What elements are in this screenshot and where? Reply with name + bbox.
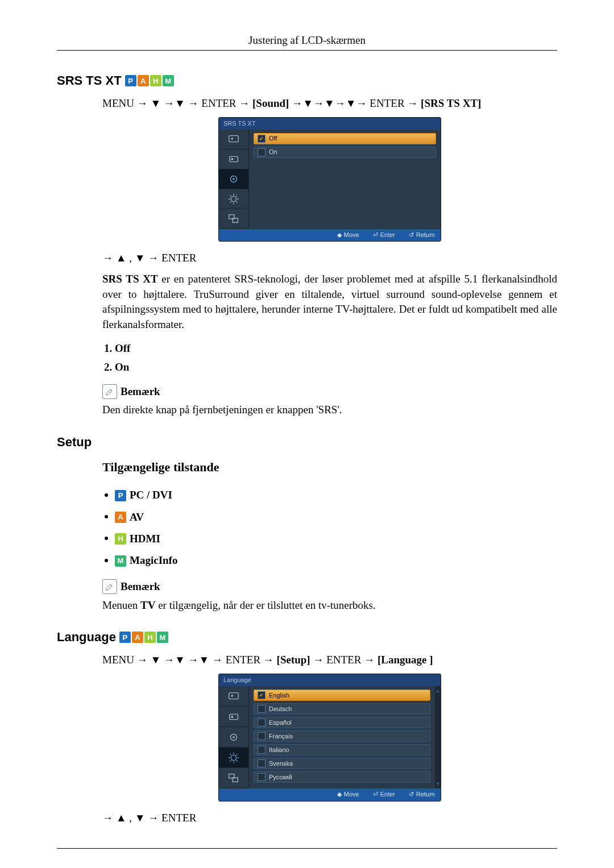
mode-label: PC / DVI (130, 488, 172, 503)
osd-option-label: Off (269, 134, 277, 143)
path-sound: [Sound] (252, 97, 289, 109)
language-menu-path: MENU → ▼ →▼ →▼ → ENTER → [Setup] → ENTER… (102, 653, 557, 668)
svg-rect-9 (229, 692, 239, 699)
scroll-down-icon[interactable]: ▼ (435, 780, 441, 788)
osd-hint-enter: ⏎ Enter (373, 231, 395, 239)
osd-option[interactable]: Français (254, 730, 430, 742)
rule-top (57, 50, 557, 51)
note-row: Bemærk (102, 384, 557, 400)
osd-option-label: Svenska (269, 759, 293, 768)
osd-srs-wrap: SRS TS XT ✔OffOn ◆ Move ⏎ Enter ↺ Return (102, 117, 557, 242)
path-text: →▼→▼→▼→ ENTER → (289, 97, 421, 109)
page: Justering af LCD-skærmen SRS TS XT P A H… (0, 0, 614, 868)
osd-tab-setup-icon[interactable] (219, 747, 248, 768)
srs-nav-after: → ▲ , ▼ → ENTER (102, 251, 557, 266)
badge-a-icon: A (132, 632, 143, 643)
checkbox-icon (258, 773, 265, 781)
osd-tab-input-icon[interactable] (219, 149, 248, 169)
srs-menu-path: MENU → ▼ →▼ → ENTER → [Sound] →▼→▼→▼→ EN… (102, 96, 557, 111)
badge-h-icon: H (150, 75, 161, 86)
note-row: Bemærk (102, 579, 557, 595)
osd-language-wrap: Language ✔EnglishDeutschEspañolFrançaisI… (102, 674, 557, 801)
note-label: Bemærk (121, 384, 160, 400)
path-text: MENU → ▼ →▼ → ENTER → (102, 97, 252, 109)
osd-sidebar (219, 686, 249, 788)
pencil-note-icon (102, 579, 117, 594)
osd-hint-move: ◆ Move (337, 790, 359, 799)
osd-option[interactable]: Italiano (254, 744, 430, 755)
badge-m-icon: M (157, 632, 168, 643)
path-text: → ENTER → (310, 654, 377, 666)
svg-rect-0 (229, 136, 239, 142)
list-item: H HDMI (115, 530, 557, 546)
checkbox-icon (258, 705, 265, 713)
osd-tab-picture-icon[interactable] (219, 686, 248, 707)
osd-option[interactable]: On (254, 147, 436, 158)
svg-rect-3 (231, 158, 233, 160)
osd-title: SRS TS XT (219, 118, 441, 130)
osd-option-label: Français (269, 732, 293, 741)
scroll-up-icon[interactable]: ▲ (435, 687, 441, 695)
osd-option-label: On (269, 148, 277, 156)
osd-option[interactable]: Deutsch (254, 703, 430, 715)
badge-h-icon: H (144, 632, 156, 643)
mode-badge-icon: A (115, 512, 126, 523)
osd-tab-setup-icon[interactable] (219, 189, 248, 209)
checkbox-icon: ✔ (258, 135, 265, 143)
osd-tab-sound-icon[interactable] (219, 169, 248, 189)
osd-tab-multi-icon[interactable] (219, 768, 248, 788)
svg-point-10 (231, 695, 233, 697)
modes-heading: Tilgængelige tilstande (102, 459, 557, 476)
checkbox-icon (258, 759, 265, 767)
osd-option[interactable]: ✔Off (254, 133, 436, 144)
modes-list: P PC / DVIA AVH HDMIM MagicInfo (102, 487, 557, 569)
osd-tab-input-icon[interactable] (219, 707, 248, 727)
svg-rect-2 (230, 156, 238, 161)
osd-scrollbar[interactable]: ▲ ▼ (435, 686, 441, 788)
svg-point-5 (233, 178, 235, 180)
checkbox-icon (258, 732, 265, 740)
mode-badge-icon: M (115, 555, 126, 567)
srs-note-text: Den direkte knap på fjernbetjeningen er … (102, 402, 557, 418)
mode-badges-srs: P A H M (125, 75, 174, 86)
svg-rect-12 (231, 716, 233, 718)
srs-description: SRS TS XT er en patenteret SRS-teknologi… (102, 272, 557, 332)
mode-badge-icon: P (115, 490, 126, 501)
osd-option[interactable]: ✔English (254, 690, 430, 701)
osd-body: ✔OffOn (219, 130, 441, 229)
osd-option[interactable]: Русский (254, 771, 430, 783)
osd-option[interactable]: Español (254, 717, 430, 728)
path-text: MENU → ▼ →▼ →▼ → ENTER → (102, 654, 277, 666)
heading-language-text: Language (57, 630, 116, 645)
note-pre: Menuen (102, 599, 140, 611)
badge-a-icon: A (138, 75, 149, 86)
osd-list: ✔OffOn (249, 130, 441, 229)
osd-hint-move: ◆ Move (337, 231, 359, 239)
checkbox-icon (258, 746, 265, 754)
badge-p-icon: P (119, 632, 131, 643)
srs-options-list: OffOn (102, 341, 557, 375)
heading-language: Language P A H M (57, 630, 557, 645)
osd-option-label: Italiano (269, 746, 289, 754)
heading-srs-text: SRS TS XT (57, 73, 122, 88)
osd-option-label: English (269, 691, 289, 700)
language-body: MENU → ▼ →▼ →▼ → ENTER → [Setup] → ENTER… (102, 653, 557, 825)
osd-option-label: Español (269, 719, 292, 727)
svg-point-6 (231, 196, 236, 201)
osd-tab-picture-icon[interactable] (219, 130, 248, 149)
setup-body: Tilgængelige tilstande P PC / DVIA AVH H… (102, 459, 557, 613)
osd-footer: ◆ Move ⏎ Enter ↺ Return (219, 229, 441, 241)
list-item: A AV (115, 509, 557, 525)
osd-tab-sound-icon[interactable] (219, 727, 248, 747)
badge-m-icon: M (163, 75, 174, 86)
osd-tab-multi-icon[interactable] (219, 209, 248, 229)
svg-point-1 (231, 138, 233, 140)
language-nav-after: → ▲ , ▼ → ENTER (102, 811, 557, 826)
osd-language: Language ✔EnglishDeutschEspañolFrançaisI… (218, 674, 441, 801)
checkbox-icon (258, 148, 265, 156)
badge-p-icon: P (125, 75, 136, 86)
pencil-note-icon (102, 384, 117, 399)
note-label: Bemærk (121, 579, 160, 595)
osd-option[interactable]: Svenska (254, 758, 430, 769)
path-target: [SRS TS XT] (421, 97, 481, 109)
